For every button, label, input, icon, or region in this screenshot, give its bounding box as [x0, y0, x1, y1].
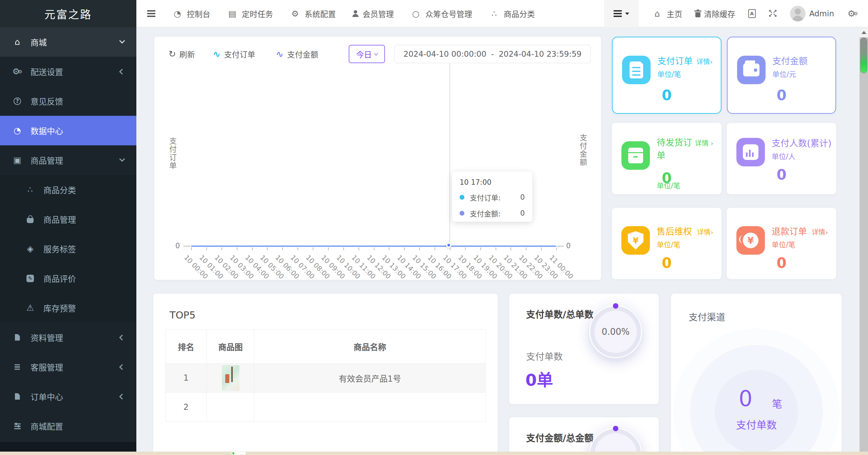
box-icon: ▣: [12, 155, 23, 165]
sidebar-footer: [0, 442, 136, 452]
sidebar-item-product-management[interactable]: ▣ 商品管理: [0, 145, 136, 175]
x-axis-tick: [465, 248, 466, 250]
nav-link-scheduled-tasks[interactable]: ▤定时任务: [227, 8, 273, 19]
nav-home-link[interactable]: ⌂主页: [652, 8, 682, 19]
top5-title: TOP5: [170, 309, 195, 321]
bottom-scrollbar-strip[interactable]: [0, 452, 868, 455]
stat-card-refund-orders[interactable]: 退款订单 详情› 单位/笔 0: [727, 208, 836, 279]
user-menu[interactable]: Admin: [790, 6, 834, 21]
nav-link-crowdfunding[interactable]: ○众筹仓号管理: [410, 8, 472, 19]
y-axis-right-zero: 0: [566, 242, 571, 250]
chevron-down-icon: [119, 38, 125, 44]
stat-card-pay-orders[interactable]: 支付订单 详情› 单位/笔 0: [612, 37, 721, 114]
x-axis-tick: [419, 248, 420, 250]
sidebar-item-order-center[interactable]: 订单中心: [0, 382, 136, 411]
stat-card-after-sales[interactable]: 售后维权 详情› 单位/笔 0: [612, 208, 721, 279]
settings-gears-icon[interactable]: ⚙: [847, 8, 859, 19]
detail-link[interactable]: 详情›: [806, 227, 828, 238]
x-axis-tick: [389, 248, 389, 250]
sidebar-item-material-management[interactable]: 资料管理: [0, 323, 136, 352]
shield-yen-icon: [621, 226, 650, 255]
nav-dropdown-button[interactable]: [604, 0, 639, 27]
stat-card-payers-total[interactable]: 支付人数(累计) 单位/人 0: [727, 123, 836, 194]
sidebar-item-product-category[interactable]: ∴ 商品分类: [0, 175, 136, 204]
table-row: 1 有效会员产品1号: [166, 364, 485, 393]
sidebar-item-mall[interactable]: ⌂ 商城: [0, 27, 136, 57]
table-row: 2: [166, 393, 485, 421]
package-icon: [621, 141, 650, 170]
y-axis-left-zero: 0: [175, 242, 180, 250]
pay-count-ratio-card: 支付单数/总单数 0.00% 支付单数 0单: [509, 294, 659, 404]
refresh-button[interactable]: ↻ 刷新: [169, 45, 195, 63]
x-axis-tick: [480, 248, 481, 250]
stat-card-pending-shipment[interactable]: 待发货订单 详情 › 单位/笔 0: [612, 123, 721, 194]
x-axis-tick: [191, 248, 192, 250]
chevron-left-icon: [119, 364, 125, 370]
chevron-left-icon: [119, 394, 125, 400]
x-axis-tick: [374, 248, 374, 250]
sidebar-item-mall-config[interactable]: 商城配置: [0, 411, 136, 441]
scrollbar-thumb[interactable]: [860, 37, 867, 73]
x-axis-tick: [343, 248, 344, 250]
pencil-square-icon: [26, 275, 34, 282]
chevron-left-icon: [119, 335, 125, 341]
sidebar-item-customer-service[interactable]: ≣ 客服管理: [0, 352, 136, 382]
brand-title: 元富之路: [0, 0, 136, 27]
cogs-icon: ⚙: [12, 67, 23, 76]
nav-link-product-category[interactable]: ∴商品分类: [488, 8, 535, 19]
pay-amount-ratio-card: 支付金额/总金额: [509, 417, 659, 455]
stat-card-pay-amount[interactable]: 支付金额 单位/元 0: [727, 37, 836, 114]
channel-ring-inner: [715, 370, 798, 453]
wave-icon: ∿: [276, 49, 284, 60]
legend-pay-amount[interactable]: ∿ 支付金额: [276, 45, 318, 63]
nav-link-system-config[interactable]: ⚙系统配置: [289, 8, 336, 19]
sidebar-item-stock-warning[interactable]: ⚠ 库存预警: [0, 293, 136, 323]
tooltip-title: 10 17:00: [460, 178, 525, 186]
list-icon: ≣: [12, 362, 23, 372]
sidebar-item-delivery-settings[interactable]: ⚙ 配送设置: [0, 57, 136, 86]
y-axis-right-label: 支付金额: [577, 134, 588, 166]
sitemap-icon: ∴: [488, 9, 500, 19]
nav-link-member-management[interactable]: 会员管理: [352, 8, 394, 19]
top5-table: 排名 商品图 商品名称 1 有效会员产品1号 2: [165, 329, 486, 422]
chevron-down-icon: [374, 51, 378, 56]
detail-link[interactable]: 详情›: [691, 227, 713, 238]
x-axis-tick: [206, 248, 207, 250]
question-circle-icon: ?: [14, 97, 21, 105]
nav-link-console[interactable]: ◔控制台: [172, 8, 210, 19]
file-icon: [15, 393, 20, 400]
language-icon[interactable]: [748, 9, 756, 18]
table-header-row: 排名 商品图 商品名称: [166, 330, 485, 364]
username: Admin: [809, 9, 834, 18]
detail-link[interactable]: 详情›: [690, 56, 713, 67]
chevron-down-icon: [119, 156, 125, 162]
gauge-icon: ◔: [172, 9, 183, 19]
sidebar-item-service-tags[interactable]: ◈ 服务标签: [0, 234, 136, 263]
vertical-scrollbar[interactable]: [860, 27, 868, 452]
sitemap-icon: ∴: [24, 185, 36, 195]
sidebar-item-product-reviews[interactable]: 商品评价: [0, 263, 136, 293]
legend-pay-orders[interactable]: ∿ 支付订单: [213, 45, 255, 63]
x-axis-tick: [496, 248, 496, 250]
payment-channel-card: 支付渠道 0 笔 支付单数: [671, 294, 842, 455]
x-axis-tick: [252, 248, 253, 250]
date-preset-select[interactable]: 今日: [349, 45, 385, 63]
fullscreen-icon[interactable]: ↖↗↙↘: [769, 10, 777, 17]
tag-icon: ◈: [24, 244, 36, 254]
scroll-up-arrow-icon[interactable]: [860, 27, 868, 37]
highlighted-point: [446, 242, 451, 248]
wallet-icon: [737, 56, 766, 84]
bars-icon: [614, 10, 622, 12]
sidebar-item-feedback[interactable]: ? 意见反馈: [0, 86, 136, 116]
wave-icon: ∿: [213, 49, 220, 60]
sidebar-item-data-center[interactable]: ◔ 数据中心: [0, 116, 136, 145]
sidebar-item-product-manage[interactable]: 商品管理: [0, 204, 136, 234]
date-range-input[interactable]: 2024-04-10 00:00:00 - 2024-04-10 23:59:5…: [394, 45, 591, 63]
detail-link[interactable]: 详情 ›: [691, 138, 713, 149]
y-axis-left-label: 支付订单: [167, 137, 177, 170]
clear-cache-button[interactable]: 清除缓存: [695, 8, 735, 19]
refund-yen-icon: [736, 226, 765, 255]
x-axis-tick: [221, 248, 222, 250]
trash-icon: [695, 12, 700, 17]
payment-chart-card: ↻ 刷新 ∿ 支付订单 ∿ 支付金额 今日 2024-04-10 00:00:0…: [154, 37, 601, 280]
